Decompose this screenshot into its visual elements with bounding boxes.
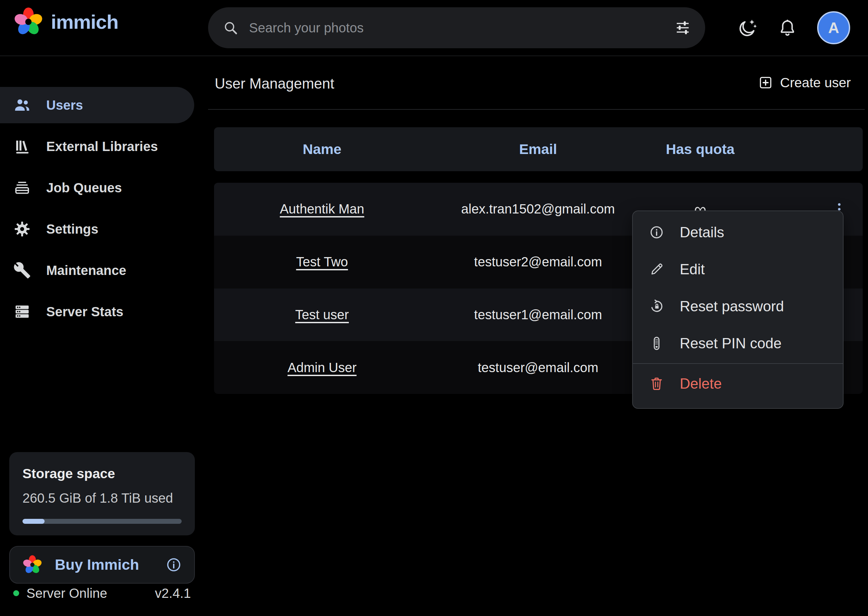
menu-item-details[interactable]: Details [633,214,843,251]
user-email: testuser1@email.com [474,307,602,322]
storage-title: Storage space [22,466,182,481]
menu-item-reset-password[interactable]: Reset password [633,288,843,325]
sidebar-item-label: Server Stats [46,304,123,319]
menu-item-label: Delete [680,376,722,392]
sidebar-item-label: Settings [46,222,99,237]
column-header-email: Email [430,141,646,157]
sidebar-item-users[interactable]: Users [0,87,194,123]
lock-reset-icon [649,299,664,314]
library-icon [13,137,31,155]
user-email: testuser2@email.com [474,255,602,269]
menu-item-delete[interactable]: Delete [633,365,843,402]
sidebar-item-label: Maintenance [46,263,126,278]
search-icon [222,20,238,36]
menu-item-reset-pin[interactable]: Reset PIN code [633,325,843,362]
pencil-icon [649,261,664,277]
buy-immich-button[interactable]: Buy Immich [9,546,195,584]
users-icon [13,96,31,114]
moon-stars-icon [738,18,757,38]
sidebar-item-job-queues[interactable]: Job Queues [0,170,194,206]
server-icon [13,303,31,321]
bell-icon [777,18,797,38]
menu-item-label: Reset PIN code [680,335,782,352]
job-queues-icon [13,179,31,196]
pin-pad-icon [649,335,664,351]
sidebar-item-external-libraries[interactable]: External Libraries [0,128,194,165]
user-email: alex.tran1502@gmail.com [461,201,615,217]
search-input[interactable]: Search your photos [208,7,705,48]
storage-card: Storage space 260.5 GiB of 1.8 TiB used [9,452,195,535]
search-placeholder: Search your photos [249,20,675,35]
sidebar: Users External Libraries Job Queues [0,56,195,616]
sidebar-item-server-stats[interactable]: Server Stats [0,294,194,330]
wrench-icon [13,261,31,279]
sidebar-item-label: Users [46,98,83,113]
storage-progress-fill [22,519,45,524]
create-user-label: Create user [780,75,851,91]
status-dot [13,590,19,596]
sidebar-item-maintenance[interactable]: Maintenance [0,252,194,289]
sidebar-item-label: External Libraries [46,139,158,154]
menu-divider [633,363,843,364]
user-name-link[interactable]: Admin User [288,360,357,375]
avatar[interactable]: A [817,11,850,44]
menu-item-edit[interactable]: Edit [633,251,843,288]
info-circle-icon[interactable] [165,556,182,574]
user-name-link[interactable]: Authentik Man [280,201,364,217]
dark-mode-toggle[interactable] [738,18,757,38]
table-header: Name Email Has quota [214,127,863,171]
avatar-initial: A [828,19,839,37]
row-context-menu: Details Edit Reset password [632,211,844,409]
immich-flower-icon [13,6,44,38]
menu-item-label: Details [680,224,724,240]
sidebar-item-settings[interactable]: Settings [0,211,194,247]
server-status-row: Server Online v2.4.1 [9,581,195,605]
server-version: v2.4.1 [155,586,191,601]
info-icon [649,225,664,240]
column-header-quota: Has quota [646,141,754,157]
column-header-name: Name [214,141,430,157]
trash-icon [649,376,664,391]
storage-progress-bar [22,519,182,524]
user-email: testuser@email.com [478,360,598,375]
user-name-link[interactable]: Test user [295,307,349,322]
menu-item-label: Reset password [680,298,784,314]
notifications-button[interactable] [777,18,797,38]
sidebar-item-label: Job Queues [46,181,122,195]
plus-square-icon [758,75,774,91]
gear-icon [13,220,31,238]
immich-flower-icon [22,554,43,575]
storage-usage: 260.5 GiB of 1.8 TiB used [22,491,182,506]
create-user-button[interactable]: Create user [758,75,851,91]
divider [208,109,865,110]
menu-item-label: Edit [680,261,705,278]
immich-logo[interactable]: immich [13,6,118,38]
page-title: User Management [215,75,334,92]
top-bar: immich Search your photos [0,0,868,56]
server-status-label: Server Online [27,586,107,601]
logo-text: immich [51,11,118,33]
user-name-link[interactable]: Test Two [296,255,348,269]
buy-immich-label: Buy Immich [55,556,153,574]
filter-sliders-icon[interactable] [675,20,691,36]
